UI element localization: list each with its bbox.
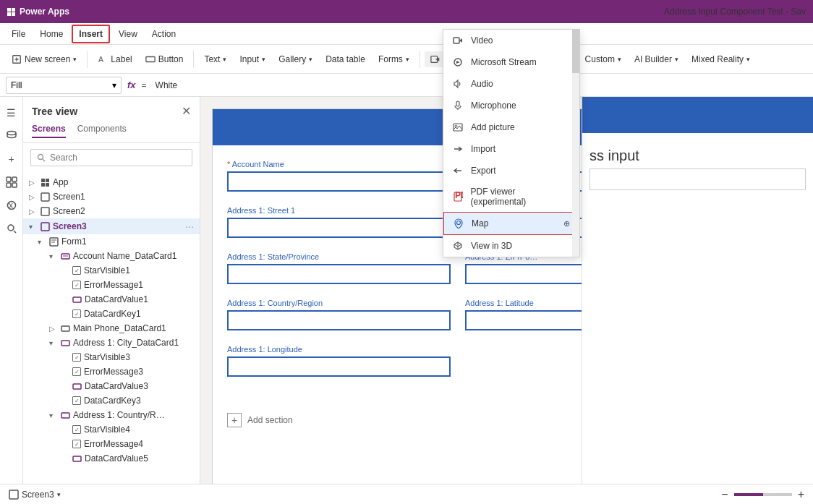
side-icon-menu[interactable]: ☰ xyxy=(1,103,22,123)
tree-item-screen3[interactable]: ▾ Screen3 ··· xyxy=(23,218,200,234)
svg-rect-13 xyxy=(7,183,11,187)
new-screen-button[interactable]: New screen ▾ xyxy=(6,51,82,67)
tree-item-country-region[interactable]: ▾ Address 1: Country/Region_DataC… xyxy=(23,408,200,422)
svg-text:A: A xyxy=(98,55,103,64)
input-account-name[interactable] xyxy=(227,171,451,192)
search-icon xyxy=(37,153,46,162)
input-state[interactable] xyxy=(227,264,451,284)
right-panel-input[interactable] xyxy=(589,168,806,190)
gallery-button[interactable]: Gallery ▾ xyxy=(273,51,318,67)
input-street[interactable] xyxy=(227,218,451,238)
tab-screens[interactable]: Screens xyxy=(32,124,66,138)
field-street: Address 1: Street 1 xyxy=(227,206,451,238)
svg-rect-23 xyxy=(41,183,45,187)
tree-item-address-city[interactable]: ▾ Address 1: City_DataCard1 xyxy=(23,336,200,350)
data-table-button[interactable]: Data table xyxy=(320,51,371,67)
tree-search-box xyxy=(30,149,192,166)
import-icon xyxy=(452,143,464,155)
tree-item-starvisible1[interactable]: ✓ StarVisible1 xyxy=(23,263,200,278)
dropdown-3d[interactable]: View in 3D xyxy=(443,235,579,257)
import-label: Import xyxy=(471,144,495,154)
text-button[interactable]: Text ▾ xyxy=(198,51,232,67)
screen-chevron: ▾ xyxy=(57,491,61,498)
dropdown-export[interactable]: Export xyxy=(443,160,579,181)
dropdown-scrollbar[interactable] xyxy=(572,30,579,257)
zoom-minus-button[interactable]: − xyxy=(721,488,728,501)
equals-sign: = xyxy=(142,80,147,90)
side-icon-component[interactable] xyxy=(1,172,22,192)
field-state: Address 1: State/Province xyxy=(227,252,451,284)
button-button[interactable]: Button xyxy=(140,51,190,67)
zoom-plus-button[interactable]: + xyxy=(798,488,804,501)
dropdown-map[interactable]: Map ⊕ xyxy=(443,212,579,235)
input-longitude[interactable] xyxy=(227,356,451,377)
menu-home[interactable]: Home xyxy=(34,26,69,42)
side-icon-add[interactable]: + xyxy=(1,149,22,169)
side-icon-search[interactable] xyxy=(1,218,22,239)
search-input[interactable] xyxy=(50,153,186,163)
dropdown-add-picture[interactable]: Add picture xyxy=(443,116,579,138)
custom-button[interactable]: Custom ▾ xyxy=(579,51,627,67)
tree-view-header: Tree view ✕ xyxy=(23,97,200,124)
input-country[interactable] xyxy=(227,310,451,330)
mixed-reality-button[interactable]: Mixed Reality ▾ xyxy=(686,51,756,67)
tree-item-screen1[interactable]: ▷ Screen1 xyxy=(23,189,200,204)
gallery-btn-label: Gallery xyxy=(278,54,306,64)
input-button[interactable]: Input ▾ xyxy=(234,51,271,67)
input-btn-label: Input xyxy=(239,54,259,64)
right-panel-hint: ss input xyxy=(589,140,806,168)
tree-item-datacardvalue3[interactable]: DataCardValue3 xyxy=(23,379,200,393)
tree-item-main-phone[interactable]: ▷ Main Phone_DataCard1 xyxy=(23,321,200,336)
property-selector[interactable]: Fill ▾ xyxy=(6,77,122,94)
dropdown-import[interactable]: Import xyxy=(443,138,579,160)
divider-2 xyxy=(193,51,194,68)
tree-item-errormessage4[interactable]: ✓ ErrorMessage4 xyxy=(23,437,200,451)
dropdown-audio[interactable]: Audio xyxy=(443,73,579,95)
zoom-slider[interactable] xyxy=(734,493,792,496)
label-button[interactable]: A Label xyxy=(92,51,137,67)
side-icon-data[interactable] xyxy=(1,126,22,146)
errormessage1-label: ErrorMessage1 xyxy=(84,280,194,290)
tree-item-datacardkey3[interactable]: ✓ DataCardKey3 xyxy=(23,393,200,408)
datacardvalue1-icon xyxy=(72,295,82,304)
microphone-label: Microphone xyxy=(471,101,516,111)
tree-item-account-name[interactable]: ▾ Account Name_DataCard1 xyxy=(23,249,200,263)
tree-item-starvisible4[interactable]: ✓ StarVisible4 xyxy=(23,422,200,437)
new-screen-chevron: ▾ xyxy=(73,56,77,63)
forms-button[interactable]: Forms ▾ xyxy=(373,51,415,67)
tab-components[interactable]: Components xyxy=(77,124,127,138)
form1-expand-icon: ▾ xyxy=(38,238,46,246)
tree-item-errormessage1[interactable]: ✓ ErrorMessage1 xyxy=(23,278,200,292)
add-section-button[interactable]: + xyxy=(227,413,242,427)
menu-insert[interactable]: Insert xyxy=(72,25,110,43)
screen3-icon xyxy=(41,222,50,231)
dropdown-video[interactable]: Video xyxy=(443,30,579,51)
audio-label: Audio xyxy=(471,79,493,89)
svg-rect-22 xyxy=(46,179,49,182)
svg-point-10 xyxy=(7,132,16,135)
datacardvalue5-label: DataCardValue5 xyxy=(85,453,194,464)
side-icon-variables[interactable]: x xyxy=(1,195,22,215)
divider-1 xyxy=(87,51,88,68)
svg-rect-4 xyxy=(146,56,155,61)
menu-file[interactable]: File xyxy=(6,26,31,42)
tree-item-app[interactable]: ▷ App xyxy=(23,175,200,189)
tree-item-starvisible3[interactable]: ✓ StarVisible3 xyxy=(23,350,200,364)
main-phone-expand-icon: ▷ xyxy=(49,325,58,333)
dropdown-pdf[interactable]: PDF PDF viewer (experimental) xyxy=(443,181,579,212)
tree-view-close[interactable]: ✕ xyxy=(182,104,191,118)
tree-item-screen2[interactable]: ▷ Screen2 xyxy=(23,204,200,218)
tree-item-form1[interactable]: ▾ Form1 xyxy=(23,234,200,249)
menu-view[interactable]: View xyxy=(113,26,143,42)
dropdown-microphone[interactable]: Microphone xyxy=(443,95,579,116)
dropdown-stream[interactable]: Microsoft Stream xyxy=(443,51,579,73)
tree-item-datacardvalue1[interactable]: DataCardValue1 xyxy=(23,292,200,307)
ai-builder-button[interactable]: AI Builder ▾ xyxy=(629,51,684,67)
tree-item-datacardkey1[interactable]: ✓ DataCardKey1 xyxy=(23,307,200,321)
map-shortcut-icon: ⊕ xyxy=(563,219,570,228)
datacardkey3-label: DataCardKey3 xyxy=(84,396,194,406)
screen3-more-btn[interactable]: ··· xyxy=(185,221,194,232)
menu-action[interactable]: Action xyxy=(146,26,182,42)
tree-item-datacardvalue5[interactable]: DataCardValue5 xyxy=(23,451,200,466)
tree-item-errormessage3[interactable]: ✓ ErrorMessage3 xyxy=(23,364,200,379)
